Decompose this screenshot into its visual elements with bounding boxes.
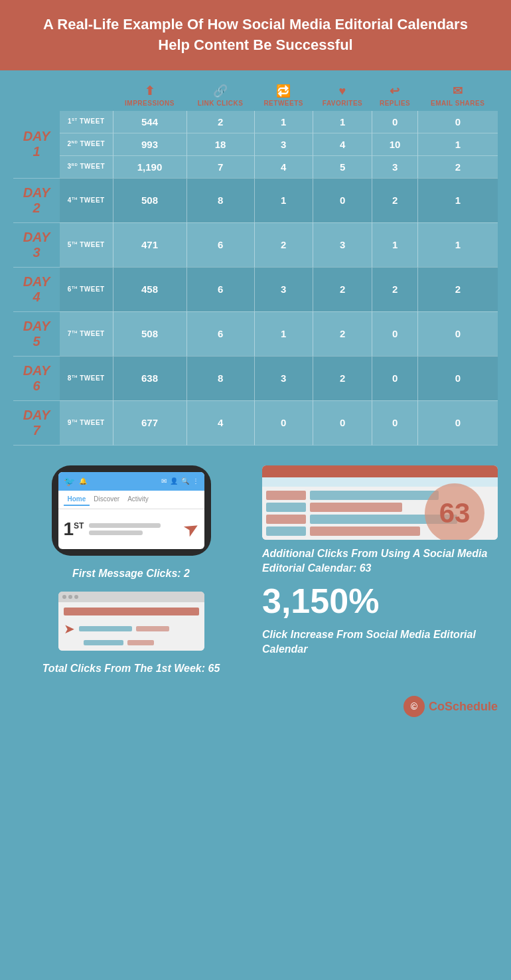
- favorites-val: 3: [313, 222, 372, 267]
- impressions-val: 458: [113, 267, 186, 311]
- tweet-lines: [89, 523, 178, 535]
- tweet-label: 7TH TWEET: [60, 311, 113, 356]
- day-label: DAY 3: [13, 222, 60, 267]
- table-row: DAY 6 8TH TWEET 638 8 3 2 0 0: [13, 356, 498, 400]
- retweets-val: 2: [254, 222, 313, 267]
- table-section: ⬆ IMPRESSIONS 🔗 LINK CLICKS 🔁 RETWEETS ♥…: [0, 70, 511, 452]
- email-shares-val: 2: [417, 267, 498, 311]
- tweet-line-2: [89, 531, 142, 535]
- browser-row-1: ➤: [64, 621, 199, 637]
- email-shares-val: 1: [417, 133, 498, 155]
- tweet-label: 2ND TWEET: [60, 133, 113, 155]
- email-icon: ✉: [417, 84, 498, 98]
- phone-mockup: 🐦 🔔 ✉ 👤 🔍 ⋮ Home Discover Activity 1ST: [52, 465, 211, 556]
- favorites-val: 4: [313, 133, 372, 155]
- bottom-right: 63 Additional Clicks From Using A Social…: [262, 465, 498, 677]
- day-label: DAY 2: [13, 178, 60, 222]
- bottom-left: 🐦 🔔 ✉ 👤 🔍 ⋮ Home Discover Activity 1ST: [13, 465, 249, 677]
- additional-clicks-caption: Additional Clicks From Using A Social Me…: [262, 546, 498, 576]
- favorites-val: 2: [313, 267, 372, 311]
- retweets-val: 3: [254, 133, 313, 155]
- day-label: DAY 7: [13, 400, 60, 445]
- page-header: A Real-Life Example Of How Social Media …: [0, 0, 511, 70]
- table-row: DAY 1 1ST TWEET 544 2 1 1 0 0: [13, 111, 498, 133]
- browser-row-2: [64, 640, 199, 645]
- email-shares-val: 2: [417, 155, 498, 178]
- link-clicks-val: 6: [186, 222, 254, 267]
- retweets-val: 3: [254, 356, 313, 400]
- replies-val: 1: [372, 222, 418, 267]
- table-row: 2ND TWEET 993 18 3 4 10 1: [13, 133, 498, 155]
- cal-left-col: [266, 491, 306, 536]
- day-label: DAY 5: [13, 311, 60, 356]
- phone-tabs: Home Discover Activity: [58, 491, 204, 509]
- email-shares-val: 0: [417, 111, 498, 133]
- browser-rows: ➤: [64, 621, 199, 645]
- bottom-section: 🐦 🔔 ✉ 👤 🔍 ⋮ Home Discover Activity 1ST: [0, 452, 511, 690]
- person-icon: 👤: [170, 477, 178, 485]
- col-replies: ↩ REPLIES: [372, 84, 418, 111]
- phone-screen: 🐦 🔔 ✉ 👤 🔍 ⋮ Home Discover Activity 1ST: [58, 472, 204, 549]
- retweets-val: 1: [254, 111, 313, 133]
- browser-dot-2: [68, 595, 72, 599]
- phone-icons: ✉ 👤 🔍 ⋮: [161, 477, 199, 485]
- impressions-val: 508: [113, 311, 186, 356]
- cal-header: [262, 465, 498, 477]
- tweet-label: 5TH TWEET: [60, 222, 113, 267]
- cal-block-3: [266, 515, 306, 524]
- brand-name: CoSchedule: [429, 700, 498, 714]
- favorites-val: 0: [313, 400, 372, 445]
- favorites-val: 2: [313, 356, 372, 400]
- email-shares-val: 0: [417, 356, 498, 400]
- page-title: A Real-Life Example Of How Social Media …: [27, 15, 484, 56]
- coschedule-logo: © CoSchedule: [403, 696, 498, 717]
- browser-red-bar: [64, 608, 199, 615]
- link-icon: 🔗: [186, 84, 254, 98]
- retweets-val: 4: [254, 155, 313, 178]
- home-tab[interactable]: Home: [64, 493, 90, 506]
- replies-val: 2: [372, 267, 418, 311]
- favorites-val: 5: [313, 155, 372, 178]
- replies-val: 0: [372, 311, 418, 356]
- table-row: DAY 3 5TH TWEET 471 6 2 3 1 1: [13, 222, 498, 267]
- cal-body: 63: [262, 487, 498, 540]
- calendar-big-number: 63: [439, 497, 471, 529]
- table-row: DAY 4 6TH TWEET 458 6 3 2 2 2: [13, 267, 498, 311]
- table-row: 3RD TWEET 1,190 7 4 5 3 2: [13, 155, 498, 178]
- col-impressions: ⬆ IMPRESSIONS: [113, 84, 186, 111]
- link-clicks-val: 6: [186, 311, 254, 356]
- cal-block-6: [310, 503, 402, 512]
- impressions-val: 544: [113, 111, 186, 133]
- email-shares-val: 1: [417, 222, 498, 267]
- col-day: [13, 84, 60, 111]
- activity-tab[interactable]: Activity: [123, 493, 153, 506]
- col-email-shares: ✉ EMAIL SHARES: [417, 84, 498, 111]
- browser-block-2: [136, 626, 169, 631]
- browser-content: ➤: [58, 602, 204, 651]
- search-icon: 🔍: [181, 477, 189, 485]
- browser-bar: [58, 592, 204, 602]
- tweet-label: 9TH TWEET: [60, 400, 113, 445]
- replies-val: 0: [372, 400, 418, 445]
- link-clicks-val: 8: [186, 356, 254, 400]
- footer: © CoSchedule: [0, 689, 511, 730]
- cursor-arrow-icon: ➤: [179, 516, 203, 542]
- tweet-number: 1ST: [64, 519, 84, 540]
- day-label: DAY 1: [13, 111, 60, 179]
- calendar-mockup: 63: [262, 465, 498, 540]
- reply-icon: ↩: [372, 84, 418, 98]
- col-favorites: ♥ FAVORITES: [313, 84, 372, 111]
- discover-tab[interactable]: Discover: [90, 493, 123, 506]
- replies-val: 0: [372, 111, 418, 133]
- browser-dot-1: [62, 595, 66, 599]
- email-shares-val: 1: [417, 178, 498, 222]
- impressions-val: 638: [113, 356, 186, 400]
- retweets-val: 3: [254, 267, 313, 311]
- total-clicks-caption: Total Clicks From The 1st Week: 65: [13, 661, 249, 676]
- data-table: ⬆ IMPRESSIONS 🔗 LINK CLICKS 🔁 RETWEETS ♥…: [13, 84, 498, 446]
- first-message-caption: First Message Clicks: 2: [13, 566, 249, 581]
- mail-icon: ✉: [161, 477, 167, 485]
- col-tweet: [60, 84, 113, 111]
- email-shares-val: 0: [417, 400, 498, 445]
- heart-icon: ♥: [313, 84, 372, 98]
